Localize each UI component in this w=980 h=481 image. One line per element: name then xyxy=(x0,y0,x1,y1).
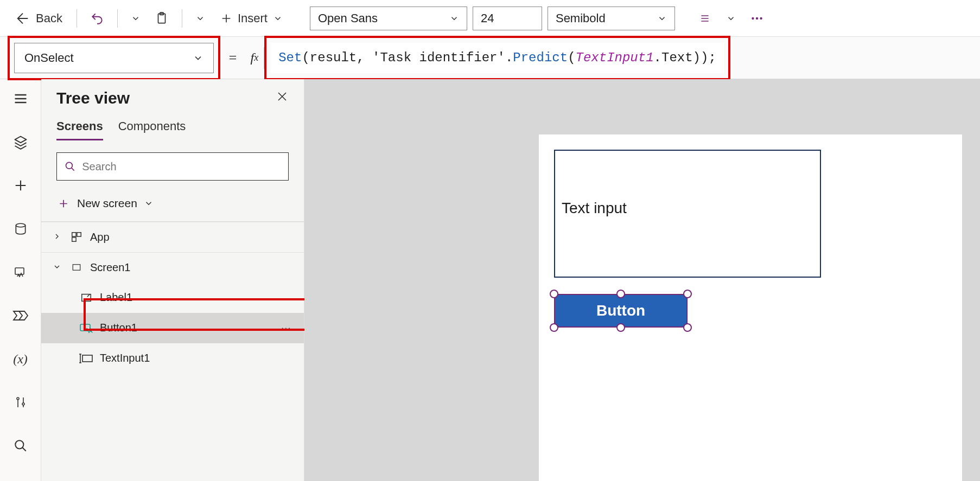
chevron-down-icon xyxy=(273,14,283,23)
rail-tools[interactable] xyxy=(9,390,33,414)
separator xyxy=(77,9,77,28)
undo-menu-button[interactable] xyxy=(126,7,145,30)
svg-rect-11 xyxy=(72,233,76,236)
artboard-screen1[interactable]: Text input Button xyxy=(539,134,962,481)
svg-rect-14 xyxy=(73,265,80,271)
equals-sign: = xyxy=(228,50,238,66)
tok-predict: Predict xyxy=(513,50,568,65)
rail-search[interactable] xyxy=(9,434,33,458)
formula-bar: OnSelect = fx Set(result, 'Task identifi… xyxy=(0,37,980,79)
chevron-right-icon xyxy=(51,231,63,243)
resize-handle[interactable] xyxy=(683,323,692,332)
chevron-down-icon xyxy=(195,14,205,23)
svg-point-10 xyxy=(66,162,73,169)
rail-insert[interactable] xyxy=(9,174,33,197)
undo-button[interactable] xyxy=(86,7,109,30)
tok-p2: ( xyxy=(568,50,575,65)
align-button[interactable] xyxy=(693,7,716,30)
fx-label[interactable]: fx xyxy=(245,47,265,69)
plus-icon: ＋ xyxy=(56,194,71,213)
resize-handle[interactable] xyxy=(683,290,692,298)
tree-search-input[interactable] xyxy=(82,161,281,173)
new-screen-button[interactable]: ＋ New screen xyxy=(41,185,304,221)
rail-data[interactable] xyxy=(9,217,33,241)
ellipsis-icon xyxy=(750,11,764,25)
rail-flows[interactable] xyxy=(9,304,33,328)
more-button[interactable] xyxy=(746,7,768,30)
new-screen-label: New screen xyxy=(77,197,137,210)
align-icon xyxy=(698,13,712,24)
chevron-down-icon xyxy=(131,14,141,23)
rail-variables[interactable]: (x) xyxy=(9,347,33,371)
media-icon xyxy=(13,266,28,279)
tools-icon xyxy=(14,395,27,409)
chevron-down-icon xyxy=(726,14,736,23)
clipboard-icon xyxy=(155,11,169,25)
rail-media[interactable] xyxy=(9,260,33,284)
app-icon xyxy=(69,230,84,244)
tab-components[interactable]: Components xyxy=(118,119,186,140)
plus-icon xyxy=(220,12,232,24)
arrow-left-icon xyxy=(15,11,30,26)
flow-icon xyxy=(12,309,29,322)
tree-item-label1[interactable]: Label1 xyxy=(41,283,304,313)
tok-task: 'Task identifier' xyxy=(372,50,505,65)
tree-item-textinput1[interactable]: TextInput1 xyxy=(41,343,304,374)
button-icon xyxy=(79,321,93,335)
insert-button[interactable]: Insert xyxy=(215,7,288,30)
back-label: Back xyxy=(36,11,62,25)
property-select[interactable]: OnSelect xyxy=(14,43,214,73)
tree-panel: Tree view Screens Components ＋ New scree… xyxy=(41,79,304,481)
chevron-down-icon xyxy=(51,261,63,274)
textinput1-label: TextInput1 xyxy=(100,352,298,364)
database-icon xyxy=(14,222,28,236)
tok-dot: . xyxy=(505,50,513,65)
tree-close-button[interactable] xyxy=(276,89,289,107)
button1-label: Button1 xyxy=(100,322,275,334)
item-more-button[interactable]: ··· xyxy=(281,321,298,335)
canvas-button1[interactable]: Button xyxy=(554,294,688,328)
tree-title: Tree view xyxy=(56,89,130,107)
resize-handle[interactable] xyxy=(616,290,625,298)
tab-screens[interactable]: Screens xyxy=(56,119,103,140)
tree-item-button1[interactable]: Button1 ··· xyxy=(41,313,304,343)
main: (x) Tree view Screens Components ＋ New s… xyxy=(0,79,980,481)
svg-point-5 xyxy=(16,223,25,227)
undo-icon xyxy=(90,11,104,25)
rail-tree[interactable] xyxy=(9,130,33,154)
formula-input[interactable]: Set(result, 'Task identifier'.Predict(Te… xyxy=(271,43,724,73)
resize-handle[interactable] xyxy=(550,290,558,298)
font-select[interactable]: Open Sans xyxy=(310,7,467,30)
back-button[interactable]: Back xyxy=(10,7,68,30)
rail-hamburger[interactable] xyxy=(9,87,33,111)
paste-menu-button[interactable] xyxy=(191,7,209,30)
svg-point-3 xyxy=(756,17,758,19)
canvas-textinput1[interactable]: Text input xyxy=(554,150,821,278)
resize-handle[interactable] xyxy=(616,323,625,332)
chevron-down-icon xyxy=(657,14,667,23)
tree-item-app[interactable]: App xyxy=(41,222,304,252)
toolbar: Back Insert Open Sans 24 Semibold xyxy=(0,0,980,37)
tree-search[interactable] xyxy=(56,152,289,181)
screen1-label: Screen1 xyxy=(90,261,298,274)
chevron-down-icon xyxy=(144,198,154,208)
font-value: Open Sans xyxy=(318,11,378,25)
svg-point-7 xyxy=(17,397,19,400)
tok-ti: TextInput1 xyxy=(576,50,654,65)
paste-button[interactable] xyxy=(150,7,173,30)
svg-rect-13 xyxy=(72,238,76,241)
svg-point-8 xyxy=(22,403,24,405)
font-weight-select[interactable]: Semibold xyxy=(548,7,675,30)
chevron-down-icon xyxy=(449,14,459,23)
svg-rect-15 xyxy=(82,294,91,301)
tree-list: App Screen1 Label1 xyxy=(41,221,304,374)
tree-item-screen1[interactable]: Screen1 xyxy=(41,252,304,283)
search-icon xyxy=(65,161,75,172)
align-menu-button[interactable] xyxy=(722,7,740,30)
canvas[interactable]: Text input Button xyxy=(304,79,980,481)
tok-p1: (result, xyxy=(302,50,372,65)
resize-handle[interactable] xyxy=(550,323,558,332)
separator xyxy=(117,9,118,28)
font-size-select[interactable]: 24 xyxy=(473,7,542,30)
layers-icon xyxy=(13,134,28,150)
